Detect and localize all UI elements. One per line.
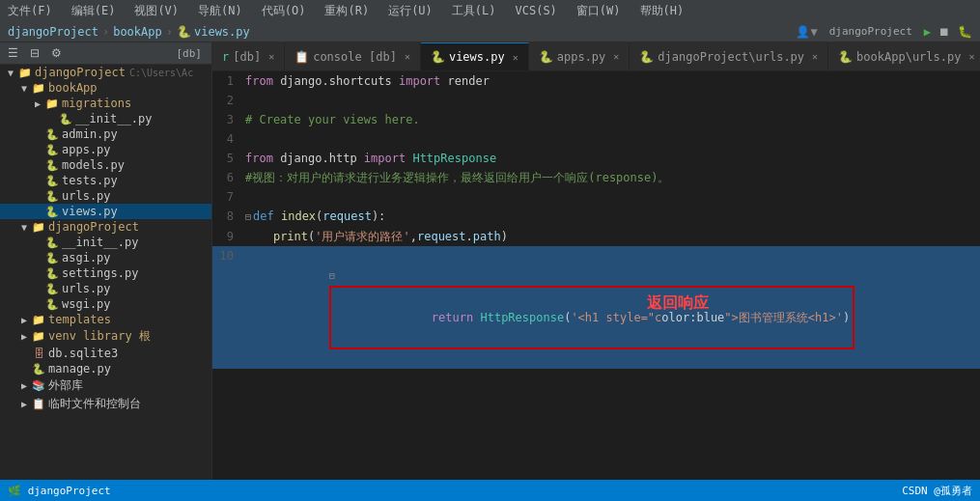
user-icon: 👤▼ — [796, 25, 817, 39]
tree-item-views[interactable]: 🐍 views.py — [0, 204, 211, 219]
tab-console-close[interactable]: ✕ — [405, 51, 410, 62]
line-4: 4 — [212, 129, 980, 149]
tree-item-migrations[interactable]: ▶ 📁 migrations — [0, 96, 211, 111]
line-9: 9 print('用户请求的路径',request.path) — [212, 227, 980, 246]
sidebar-settings-btn[interactable]: ⚙ — [47, 44, 66, 62]
tree-item-temp[interactable]: ▶ 📋 临时文件和控制台 — [0, 395, 211, 413]
tests-label: tests.py — [62, 174, 118, 187]
django-inner-arrow: ▼ — [17, 222, 31, 233]
tree-item-asgi[interactable]: 🐍 asgi.py — [0, 250, 211, 265]
settings-icon: 🐍 — [44, 267, 60, 280]
tree-item-djangoProject-inner[interactable]: ▼ 📁 djangoProject — [0, 219, 211, 235]
line-code-8[interactable]: ⊟def index(request): — [241, 207, 980, 227]
tab-views-close[interactable]: ✕ — [513, 52, 518, 63]
db-icon: 🗄 — [31, 348, 46, 360]
tree-item-db[interactable]: 🗄 db.sqlite3 — [0, 346, 211, 361]
tab-django-urls-icon: 🐍 — [639, 50, 654, 64]
menu-item-vcs[interactable]: VCS(S) — [512, 4, 561, 17]
tree-item-urls1[interactable]: 🐍 urls.py — [0, 188, 211, 204]
line-num-5: 5 — [212, 149, 241, 168]
views-icon: 🐍 — [44, 206, 60, 218]
sidebar-menu-btn[interactable]: ☰ — [4, 44, 22, 62]
tab-django-urls-close[interactable]: ✕ — [812, 51, 818, 62]
sidebar: ☰ ⊟ ⚙ [db] ▼ 📁 djangoProject C:\Users\Ac… — [0, 42, 212, 480]
tree-item-init2[interactable]: 🐍 __init__.py — [0, 235, 211, 250]
menu-item-refactor[interactable]: 重构(R) — [321, 3, 373, 19]
menu-item-view[interactable]: 视图(V) — [130, 3, 182, 19]
tab-bookapp-urls-close[interactable]: ✕ — [968, 51, 974, 62]
line-code-3[interactable]: # Create your views here. — [241, 110, 980, 129]
tab-console-label: console [db] — [313, 50, 397, 64]
menu-item-help[interactable]: 帮助(H) — [636, 3, 688, 19]
venv-icon: 📁 — [31, 330, 46, 343]
run-button[interactable]: ▶ — [924, 25, 931, 39]
tree-root[interactable]: ▼ 📁 djangoProject C:\Users\Ac — [0, 65, 211, 80]
line-code-9[interactable]: print('用户请求的路径',request.path) — [241, 227, 980, 246]
tree-item-wsgi[interactable]: 🐍 wsgi.py — [0, 296, 211, 312]
project-indicator[interactable]: djangoProject — [829, 25, 912, 38]
line-code-7[interactable] — [241, 187, 980, 207]
right-panel: r [db] ✕ 📋 console [db] ✕ 🐍 views.py ✕ 🐍… — [212, 42, 980, 480]
tree-item-venv[interactable]: ▶ 📁 venv library 根 — [0, 327, 211, 346]
menu-item-nav[interactable]: 导航(N) — [194, 3, 246, 19]
tab-views[interactable]: 🐍 views.py ✕ — [421, 42, 529, 71]
tree-item-external[interactable]: ▶ 📚 外部库 — [0, 376, 211, 395]
tab-django-urls-label: djangoProject\urls.py — [658, 50, 804, 64]
line-code-6[interactable]: #视图：对用户的请求进行业务逻辑操作，最终返回给用户一个响应(response)… — [241, 168, 980, 187]
line-code-4[interactable] — [241, 129, 980, 149]
line-code-5[interactable]: from django.http import HttpResponse — [241, 149, 980, 168]
line-num-7: 7 — [212, 187, 241, 207]
tree-item-urls2[interactable]: 🐍 urls.py — [0, 281, 211, 296]
menu-bar: 文件(F) 编辑(E) 视图(V) 导航(N) 代码(O) 重构(R) 运行(U… — [0, 0, 980, 21]
editor[interactable]: 1 from django.shortcuts import render 2 … — [212, 71, 980, 480]
tree-item-settings[interactable]: 🐍 settings.py — [0, 265, 211, 281]
line-1: 1 from django.shortcuts import render — [212, 71, 980, 91]
root-path: C:\Users\Ac — [129, 68, 193, 78]
tree-item-bookApp[interactable]: ▼ 📁 bookApp — [0, 80, 211, 96]
tree-item-init1[interactable]: 🐍 __init__.py — [0, 111, 211, 126]
tree-item-tests[interactable]: 🐍 tests.py — [0, 173, 211, 188]
tab-console[interactable]: 📋 console [db] ✕ — [285, 42, 421, 71]
line-code-10[interactable]: ⊟ return HttpResponse('<h1 style="color:… — [241, 246, 980, 369]
line-8: 8 ⊟def index(request): — [212, 207, 980, 227]
tree-item-templates[interactable]: ▶ 📁 templates — [0, 312, 211, 327]
tab-apps-label: apps.py — [557, 50, 606, 64]
venv-label: venv library 根 — [48, 328, 151, 345]
settings-label: settings.py — [62, 266, 138, 280]
menu-item-run[interactable]: 运行(U) — [384, 3, 436, 19]
line-num-3: 3 — [212, 110, 241, 129]
status-right: CSDN @孤勇者 — [902, 484, 972, 498]
menu-item-edit[interactable]: 编辑(E) — [68, 3, 120, 19]
menu-item-code[interactable]: 代码(O) — [258, 3, 310, 19]
tab-views-icon: 🐍 — [431, 50, 445, 64]
line-code-2[interactable] — [241, 91, 980, 110]
tab-r-db-close[interactable]: ✕ — [268, 51, 274, 62]
tab-django-urls[interactable]: 🐍 djangoProject\urls.py ✕ — [630, 42, 828, 71]
tab-apps[interactable]: 🐍 apps.py ✕ — [529, 42, 630, 71]
stop-button[interactable]: ⏹ — [938, 25, 950, 39]
breadcrumb-project[interactable]: djangoProject — [8, 25, 98, 39]
tree-item-manage[interactable]: 🐍 manage.py — [0, 361, 211, 376]
wsgi-label: wsgi.py — [62, 297, 111, 311]
tab-apps-close[interactable]: ✕ — [613, 51, 619, 62]
models-icon: 🐍 — [44, 159, 60, 172]
menu-item-tools[interactable]: 工具(L) — [448, 3, 500, 19]
models-label: models.py — [62, 158, 125, 172]
tree-item-models[interactable]: 🐍 models.py — [0, 157, 211, 173]
init1-icon: 🐍 — [58, 113, 73, 125]
menu-item-file[interactable]: 文件(F) — [4, 3, 56, 19]
tree-item-admin[interactable]: 🐍 admin.py — [0, 126, 211, 142]
debug-button[interactable]: 🐛 — [958, 25, 972, 39]
sidebar-collapse-btn[interactable]: ⊟ — [26, 44, 43, 62]
run-icon: ▶ — [924, 25, 931, 39]
tree-item-apps[interactable]: 🐍 apps.py — [0, 142, 211, 157]
venv-arrow: ▶ — [17, 331, 31, 342]
tab-bookapp-urls[interactable]: 🐍 bookApp\urls.py ✕ — [828, 42, 980, 71]
menu-item-window[interactable]: 窗口(W) — [573, 3, 625, 19]
breadcrumb-app[interactable]: bookApp — [113, 25, 162, 39]
tab-bookapp-urls-label: bookApp\urls.py — [856, 50, 961, 64]
temp-label: 临时文件和控制台 — [48, 396, 141, 412]
line-code-1[interactable]: from django.shortcuts import render — [241, 71, 980, 91]
tab-r-db[interactable]: r [db] ✕ — [212, 42, 285, 71]
breadcrumb-file[interactable]: 🐍 views.py — [177, 25, 250, 39]
